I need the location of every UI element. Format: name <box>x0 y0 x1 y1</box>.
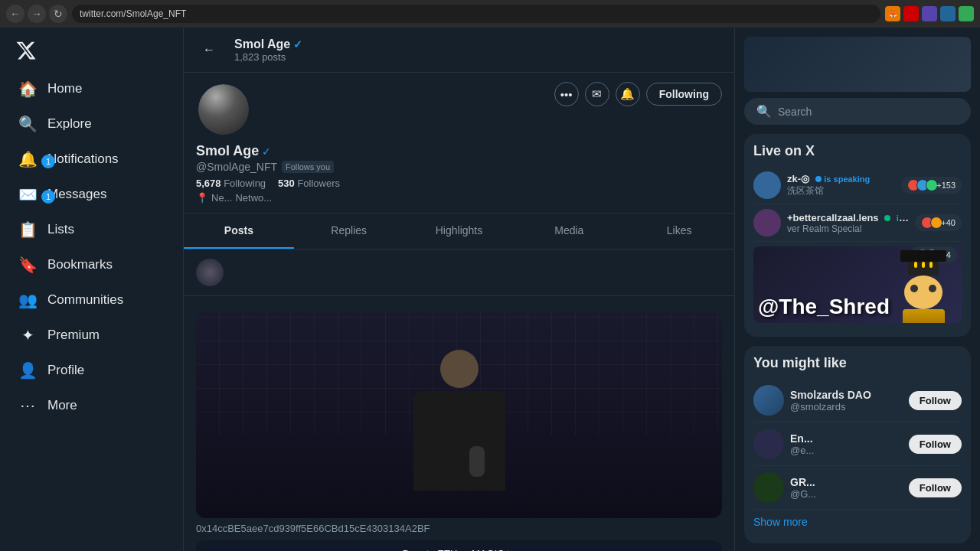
refresh-button[interactable]: ↻ <box>49 5 67 23</box>
browser-nav-buttons[interactable]: ← → ↻ <box>6 5 67 23</box>
back-button[interactable]: ← <box>196 37 222 63</box>
sidebar-lists-label: Lists <box>47 222 74 237</box>
live-item-2[interactable]: @The_Shred +34 <box>753 242 962 328</box>
stripe-1 <box>914 262 917 268</box>
sidebar-item-communities[interactable]: 👥 Communities <box>9 283 174 317</box>
watermark-text: @The_Shred <box>753 295 962 319</box>
sidebar-item-notifications[interactable]: 🔔 1 Notifications <box>9 142 174 176</box>
mail-action-button[interactable]: ✉ <box>585 82 609 106</box>
tab-media[interactable]: Media <box>514 214 624 249</box>
suggestion-item-0[interactable]: Smolzards DAO @smolzards Follow <box>753 379 962 422</box>
live-name-0: zk-◎ is speaking <box>787 173 895 184</box>
live-section-title: Live on X <box>753 143 962 159</box>
green-dot-1 <box>884 215 890 221</box>
suggestion-name-2: GR... <box>790 476 903 488</box>
live-name-1: +bettercallzaal.lens is speaking <box>787 212 909 223</box>
live-subtitle-0: 洗区茶馆 <box>787 184 895 197</box>
sidebar-item-bookmarks[interactable]: 🔖 Bookmarks <box>9 248 174 282</box>
profile-header-bar: ← Smol Age ✓ 1,823 posts <box>184 28 734 73</box>
follow-button-1[interactable]: Follow <box>909 435 962 454</box>
location-icon: 📍 <box>196 192 208 204</box>
more-icon: ⋯ <box>18 396 37 415</box>
nft-hat-top <box>908 260 939 276</box>
messages-icon: ✉️ 1 <box>18 185 37 204</box>
network-text: Netwo... <box>235 192 272 204</box>
suggestion-handle-0: @smolzards <box>790 401 903 412</box>
back-button[interactable]: ← <box>6 5 24 23</box>
suggestion-info-1: En... @e... <box>790 432 903 456</box>
tweet-video-container[interactable] <box>196 311 722 518</box>
followers-count: 530 Followers <box>278 178 340 189</box>
search-icon: 🔍 <box>756 104 772 119</box>
tab-highlights[interactable]: Highlights <box>404 214 514 249</box>
search-bar[interactable]: 🔍 <box>744 98 971 125</box>
listeners-avatars-0 <box>907 179 935 191</box>
nft-hat-brim <box>900 250 946 262</box>
avatar <box>198 84 249 135</box>
person-body <box>413 391 505 491</box>
profile-verified-badge: ✓ <box>262 145 271 158</box>
follow-button-2[interactable]: Follow <box>909 478 962 497</box>
premium-icon: ✦ <box>18 326 37 344</box>
address-bar[interactable]: twitter.com/SmolAge_NFT <box>72 5 880 23</box>
sidebar-explore-label: Explore <box>47 116 92 132</box>
sidebar-item-messages[interactable]: ✉️ 1 Messages <box>9 178 174 211</box>
live-on-x-section: Live on X zk-◎ is speaking 洗区茶馆 <box>744 134 971 337</box>
dots-action-button[interactable]: ••• <box>554 82 579 106</box>
suggestion-item-1[interactable]: En... @e... Follow <box>753 422 962 466</box>
profile-handle-row: @SmolAge_NFT Follows you <box>196 161 722 173</box>
location-text: Ne... <box>211 192 232 204</box>
sidebar-item-home[interactable]: 🏠 Home <box>9 72 174 106</box>
live-item-0[interactable]: zk-◎ is speaking 洗区茶馆 +153 <box>753 167 962 204</box>
tab-likes[interactable]: Likes <box>624 214 734 249</box>
listeners-avatars-1 <box>921 217 939 229</box>
suggestion-handle-1: @e... <box>790 445 903 456</box>
x-logo[interactable] <box>9 34 43 67</box>
live-avatar-0 <box>753 171 781 199</box>
tweet-compose-area <box>184 249 734 296</box>
sidebar-item-more[interactable]: ⋯ More <box>9 389 174 422</box>
live-listeners-1: +40 <box>915 214 962 231</box>
suggestion-info-2: GR... @G... <box>790 476 903 500</box>
profile-name-row: Smol Age ✓ <box>196 143 722 159</box>
top-image-area <box>744 37 971 92</box>
ext4-icon <box>959 6 974 21</box>
person-head <box>440 350 479 388</box>
explore-icon: 🔍 <box>18 115 37 133</box>
tab-posts[interactable]: Posts <box>184 214 294 249</box>
ext1-icon <box>903 6 919 21</box>
url-text: twitter.com/SmolAge_NFT <box>80 8 186 19</box>
suggestion-avatar-1 <box>753 429 784 459</box>
sidebar-communities-label: Communities <box>47 292 123 308</box>
sidebar-more-label: More <box>47 398 77 413</box>
suggestions-title: You might like <box>753 355 962 371</box>
you-might-like-section: You might like Smolzards DAO @smolzards … <box>744 346 971 543</box>
show-more-link[interactable]: Show more <box>753 510 962 534</box>
x-logo-icon <box>15 40 37 61</box>
sidebar-home-label: Home <box>47 81 82 96</box>
live-item-1[interactable]: +bettercallzaal.lens is speaking ver Rea… <box>753 204 962 242</box>
ext2-icon <box>922 6 937 21</box>
sidebar-notifications-label: Notifications <box>47 152 119 167</box>
app-container: 🏠 Home 🔍 Explore 🔔 1 Notifications ✉️ 1 … <box>0 28 980 551</box>
profile-area: ••• ✉ 🔔 Following Smol Age ✓ @SmolAge_NF… <box>184 73 734 214</box>
follow-button-0[interactable]: Follow <box>909 391 962 410</box>
suggestion-item-2[interactable]: GR... @G... Follow <box>753 466 962 510</box>
tab-replies[interactable]: Replies <box>294 214 404 249</box>
sidebar-item-premium[interactable]: ✦ Premium <box>9 318 174 352</box>
sidebar-item-explore[interactable]: 🔍 Explore <box>9 107 174 141</box>
messages-badge: 1 <box>41 190 55 204</box>
profile-header-posts: 1,823 posts <box>234 51 302 63</box>
profile-header-info: Smol Age ✓ 1,823 posts <box>234 37 302 63</box>
suggestion-info-0: Smolzards DAO @smolzards <box>790 389 903 412</box>
search-input[interactable] <box>778 106 959 118</box>
tweet-card: 0x14ccBE5aee7cd939ff5E66CBd15cE4303134A2… <box>184 296 734 551</box>
donate-header-text: Donate ETH or MAGIC to <box>196 540 722 551</box>
bell-action-button[interactable]: 🔔 <box>616 82 640 106</box>
profile-header-name: Smol Age ✓ <box>234 37 302 51</box>
forward-button[interactable]: → <box>28 5 46 23</box>
sidebar-item-profile[interactable]: 👤 Profile <box>9 354 174 387</box>
communities-icon: 👥 <box>18 291 37 309</box>
sidebar-item-lists[interactable]: 📋 Lists <box>9 213 174 246</box>
following-button[interactable]: Following <box>646 83 722 106</box>
